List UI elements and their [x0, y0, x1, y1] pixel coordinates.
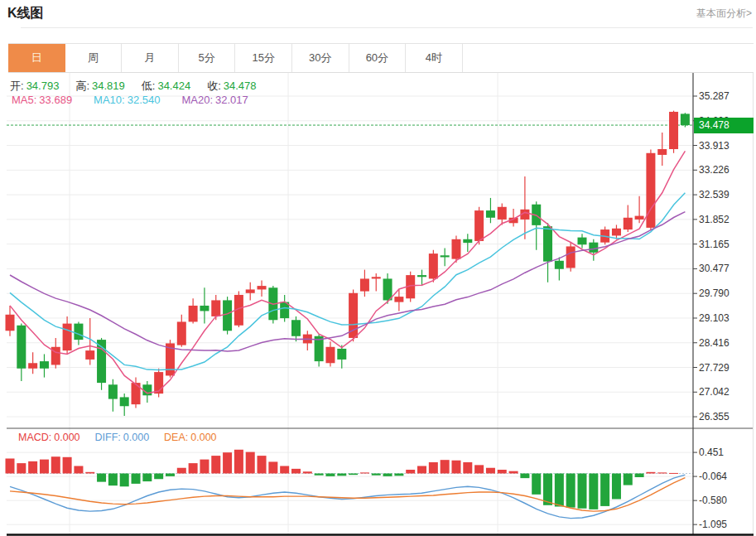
- ma20-line: [10, 212, 685, 352]
- y-axis-label: 33.913: [699, 140, 730, 152]
- y-axis-label: 29.103: [699, 312, 730, 324]
- macd-legend: MACD:0.000DIFF:0.000DEA:0.000: [18, 432, 232, 443]
- ma5-line: [10, 151, 685, 393]
- dea-value: DEA:0.000: [164, 432, 216, 443]
- y-axis-label: 29.790: [699, 287, 730, 299]
- macd-layer: [6, 450, 686, 519]
- y-axis-label: 27.042: [699, 386, 730, 398]
- macd-value: MACD:0.000: [18, 432, 80, 443]
- ma10-value: MA10:32.540: [94, 94, 160, 106]
- y-axis-label: -0.580: [699, 495, 727, 506]
- ohlc-legend: 开:34.793高:34.819低:34.424收:34.478: [10, 79, 273, 94]
- y-axis-label: 27.729: [699, 362, 730, 374]
- y-axis-label: 33.226: [699, 164, 730, 176]
- y-axis-label: -1.095: [699, 519, 727, 530]
- ma-legend: MA5:33.689MA10:32.540MA20:32.017: [12, 94, 270, 106]
- chart-area: 35.28734.60033.91333.22632.53931.85231.1…: [0, 0, 756, 536]
- candles-layer: [6, 111, 690, 416]
- diff-value: DIFF:0.000: [95, 432, 150, 443]
- y-axis-label: 31.165: [699, 239, 730, 250]
- ohlc-close: 收:34.478: [207, 80, 256, 92]
- ohlc-low: 低:34.424: [142, 80, 190, 92]
- y-axis-label: 26.355: [699, 411, 730, 423]
- y-axis-label: -0.064: [699, 471, 727, 482]
- ma5-value: MA5:33.689: [12, 94, 72, 106]
- ohlc-high: 高:34.819: [75, 80, 124, 92]
- y-axis-label: 32.539: [699, 189, 730, 200]
- ma-lines-layer: [10, 151, 685, 393]
- y-axis-label: 35.287: [699, 90, 730, 102]
- y-axis-label: 30.477: [699, 263, 730, 274]
- y-axis-label: 31.852: [699, 214, 730, 225]
- y-axis-label: 0.451: [699, 447, 724, 458]
- ma20-value: MA20:32.017: [181, 94, 248, 106]
- axis-layer: 35.28734.60033.91333.22632.53931.85231.1…: [7, 73, 754, 535]
- kline-widget: K线图 基本面分析> 日周月5分15分30分60分4时 35.28734.600…: [0, 0, 756, 536]
- current-price-tag: 34.478: [694, 118, 754, 133]
- ohlc-open: 开:34.793: [10, 80, 59, 92]
- y-axis-label: 28.416: [699, 337, 730, 349]
